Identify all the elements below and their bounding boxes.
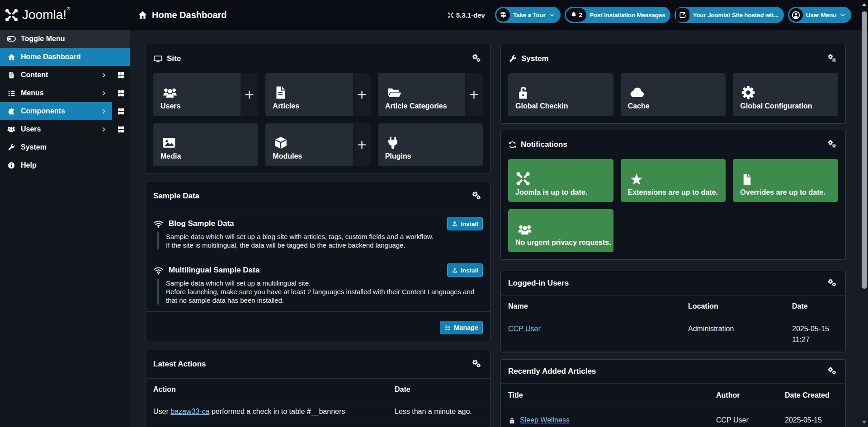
system-link[interactable]: System <box>0 138 130 156</box>
date-cell: 2025-05-15 11:27 <box>785 317 845 352</box>
logged-in-users-title: Logged-in Users <box>508 279 569 288</box>
install-blog-sample-button[interactable]: Install <box>447 217 483 230</box>
latest-actions-header: Latest Actions <box>146 350 490 379</box>
quickicon-users: Users <box>153 73 258 116</box>
sidebar-item-label: Users <box>21 125 41 133</box>
scroll-up-arrow-icon[interactable] <box>862 2 867 7</box>
article-link[interactable]: Sleep Wellness <box>520 415 570 426</box>
user-link[interactable]: bazaw33-ca <box>170 408 209 415</box>
plugins-tile[interactable]: Plugins <box>378 123 483 166</box>
cache-tile[interactable]: Cache <box>621 73 726 116</box>
chevron-down-icon <box>840 12 846 18</box>
add-article-button[interactable] <box>353 73 371 116</box>
system-card: System Global Checkin Cache <box>500 44 846 124</box>
extensions-up-to-date-tile[interactable]: Extensions are up to date. <box>621 159 726 202</box>
global-configuration-tile[interactable]: Global Configuration <box>733 73 838 116</box>
cloud-icon <box>628 85 646 100</box>
tile-label: Overrides are up to date. <box>740 188 826 197</box>
cogs-icon[interactable] <box>472 191 483 201</box>
modules-tile[interactable]: Modules <box>265 123 353 166</box>
users-link[interactable]: Users <box>0 120 112 138</box>
wifi-icon <box>153 265 164 276</box>
scrollbar[interactable] <box>860 0 868 427</box>
tile-label: Cache <box>628 102 650 110</box>
desktop-icon <box>153 54 163 64</box>
location-cell: Administration <box>681 317 785 352</box>
users-dashboard-button[interactable] <box>112 120 130 138</box>
add-module-button[interactable] <box>353 123 371 166</box>
cogs-icon[interactable] <box>472 54 483 64</box>
media-tile[interactable]: Media <box>153 123 258 166</box>
user-menu-button[interactable]: User Menu <box>788 7 851 23</box>
file-icon <box>6 71 16 79</box>
joomla-up-to-date-tile[interactable]: Joomla is up to date. <box>508 159 613 202</box>
scroll-down-arrow-icon[interactable] <box>862 420 867 425</box>
install-multilingual-sample-button[interactable]: Install <box>447 263 483 277</box>
recent-articles-table: Title Author Date Created Sleep Wellness <box>501 384 845 427</box>
privacy-requests-tile[interactable]: No urgent privacy requests. <box>508 209 613 252</box>
cogs-icon[interactable] <box>472 359 483 369</box>
manage-button[interactable]: Manage <box>440 321 483 334</box>
grid-icon <box>117 125 125 134</box>
home-icon <box>6 53 16 61</box>
lock-icon <box>508 417 516 424</box>
home-dashboard-link[interactable]: Home Dashboard <box>0 48 130 66</box>
sidebar-item-label: System <box>21 143 47 151</box>
latest-actions-card: Latest Actions Action Date User bazaw33-… <box>146 350 491 427</box>
sidebar-item-content: Content <box>0 66 130 84</box>
system-quick-icons: Global Checkin Cache Global Configuratio… <box>501 73 845 123</box>
column-header-location: Location <box>681 296 785 317</box>
logged-in-user-link[interactable]: CCP User <box>508 325 541 333</box>
cogs-icon[interactable] <box>827 140 838 150</box>
global-checkin-tile[interactable]: Global Checkin <box>508 73 613 116</box>
date-created-cell: 2025-05-15 <box>778 407 845 427</box>
content-link[interactable]: Content <box>0 66 112 84</box>
hosted-site-button[interactable]: Your Joomla! Site hosted wit... <box>675 7 783 23</box>
article-categories-tile[interactable]: Article Categories <box>378 73 465 116</box>
plus-icon <box>357 140 367 150</box>
tile-label: Articles <box>273 102 299 110</box>
upload-icon <box>452 267 458 273</box>
components-dashboard-button[interactable] <box>112 102 130 120</box>
file-icon <box>740 172 754 187</box>
post-installation-messages-button[interactable]: 2 Post Installation Messages <box>565 7 671 23</box>
menus-dashboard-button[interactable] <box>112 84 130 102</box>
components-link[interactable]: Components <box>0 102 112 120</box>
button-label: Manage <box>454 324 478 331</box>
logged-in-users-card: Logged-in Users Name Location Date <box>500 271 846 352</box>
column-header-date: Date <box>785 296 845 317</box>
cogs-icon[interactable] <box>827 278 838 288</box>
notifications-header: Notifications <box>501 130 845 159</box>
table-row: Sleep Wellness CCP User 2025-05-15 <box>501 407 845 427</box>
version-text: 5.3.1-dev <box>456 11 485 19</box>
puzzle-icon <box>6 107 16 115</box>
multilingual-sample-data-title: Multilingual Sample Data <box>169 266 259 275</box>
joomla-logo-icon <box>5 9 19 22</box>
column-header-name: Name <box>501 296 681 317</box>
take-a-tour-button[interactable]: Take a Tour <box>495 7 561 23</box>
recent-articles-header: Recently Added Articles <box>501 360 845 384</box>
cogs-icon[interactable] <box>827 366 838 376</box>
multilingual-sample-data-section: Multilingual Sample Data Install Sample … <box>146 249 490 305</box>
sample-data-footer: Manage <box>146 312 490 342</box>
wifi-icon <box>153 219 164 229</box>
quickicon-cache: Cache <box>621 73 726 116</box>
menus-link[interactable]: Menus <box>0 84 112 102</box>
content-dashboard-button[interactable] <box>112 66 130 84</box>
users-tile[interactable]: Users <box>153 73 241 116</box>
scrollbar-thumb[interactable] <box>862 11 867 289</box>
list-icon <box>6 89 16 98</box>
overrides-up-to-date-tile[interactable]: Overrides are up to date. <box>733 159 838 202</box>
joomla-logo[interactable]: Joomla!® <box>0 8 130 22</box>
cogs-icon[interactable] <box>827 54 838 64</box>
articles-tile[interactable]: Articles <box>265 73 353 116</box>
joomla-version-icon <box>448 12 454 18</box>
add-user-button[interactable] <box>241 73 258 116</box>
quickicon-global-checkin: Global Checkin <box>508 73 613 116</box>
action-cell: User bazaw33-ca performed a check in to … <box>146 400 387 423</box>
toggle-menu-button[interactable]: Toggle Menu <box>0 30 130 48</box>
add-article-category-button[interactable] <box>465 73 483 116</box>
tile-label: Users <box>160 102 180 110</box>
chevron-right-icon <box>100 72 107 79</box>
help-link[interactable]: Help <box>0 156 130 174</box>
